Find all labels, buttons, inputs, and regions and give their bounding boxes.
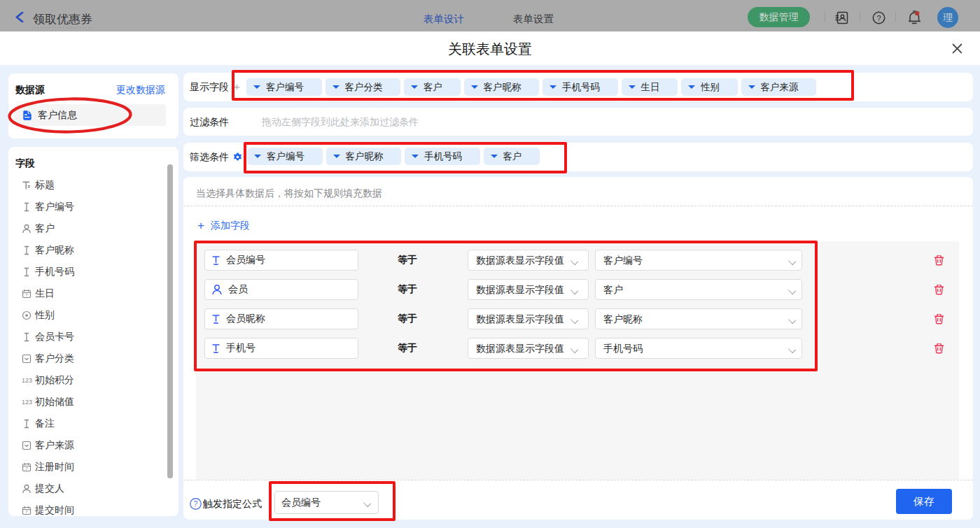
svg-text:7: 7 — [25, 293, 28, 297]
svg-text:7: 7 — [25, 510, 28, 514]
svg-text:?: ? — [876, 14, 881, 22]
svg-text:?: ? — [194, 499, 198, 508]
svg-text:7: 7 — [25, 466, 28, 471]
